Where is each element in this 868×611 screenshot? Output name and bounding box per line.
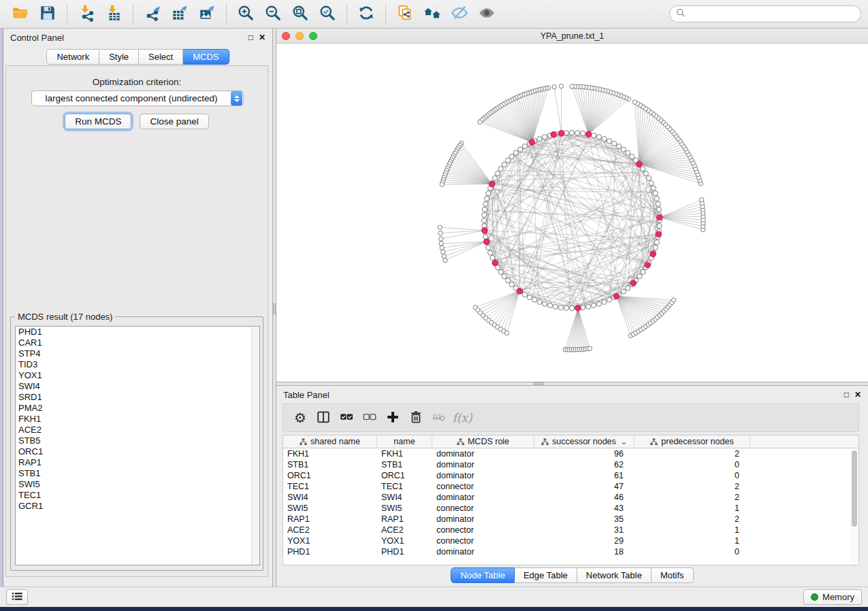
mcds-result-item[interactable]: FKH1 (16, 414, 259, 425)
network-satellite-node[interactable] (672, 298, 676, 302)
mcds-result-item[interactable]: STB5 (16, 435, 259, 446)
hide-selected-button[interactable] (448, 3, 471, 26)
network-satellite-node[interactable] (439, 242, 443, 246)
mcds-network-node[interactable] (637, 161, 643, 167)
network-node[interactable] (592, 133, 596, 138)
network-node[interactable] (612, 141, 617, 146)
tab-network-table[interactable]: Network Table (577, 567, 652, 583)
mcds-result-item[interactable]: TEC1 (16, 490, 259, 501)
network-node[interactable] (653, 245, 658, 250)
split-columns-button[interactable] (313, 408, 334, 428)
network-node[interactable] (490, 255, 495, 260)
zoom-in-button[interactable] (234, 3, 257, 26)
network-satellite-node[interactable] (699, 198, 703, 202)
delete-column-button[interactable] (406, 408, 426, 428)
network-node[interactable] (505, 278, 510, 283)
close-panel-icon[interactable]: ✕ (854, 391, 861, 399)
criterion-select[interactable]: largest connected component (undirected) (31, 90, 244, 106)
table-row[interactable]: ACE2ACE2connector311 (283, 525, 858, 535)
network-node[interactable] (505, 158, 510, 163)
table-row[interactable]: PHD1PHD1dominator180 (283, 546, 858, 557)
network-satellite-node[interactable] (559, 84, 563, 88)
network-satellite-node[interactable] (478, 120, 482, 124)
mcds-network-node[interactable] (585, 131, 592, 137)
network-node[interactable] (482, 212, 487, 217)
close-panel-icon[interactable]: ✕ (259, 33, 266, 42)
network-satellite-node[interactable] (443, 258, 447, 262)
table-row[interactable]: FKH1FKH1dominator962 (283, 448, 858, 459)
network-node[interactable] (596, 301, 601, 306)
zoom-fit-button[interactable] (289, 3, 312, 26)
select-all-columns-button[interactable] (336, 408, 357, 428)
network-node[interactable] (498, 167, 503, 171)
network-node[interactable] (522, 144, 527, 149)
network-satellite-node[interactable] (632, 100, 637, 104)
network-node[interactable] (592, 303, 596, 308)
tab-network[interactable]: Network (46, 49, 99, 65)
mcds-result-item[interactable]: TID3 (16, 359, 259, 370)
close-panel-button[interactable]: Close panel (140, 114, 208, 129)
mcds-network-node[interactable] (630, 280, 637, 286)
network-satellite-node[interactable] (552, 85, 556, 89)
mcds-network-node[interactable] (613, 293, 620, 299)
network-node[interactable] (522, 292, 527, 297)
mcds-result-item[interactable]: GCR1 (16, 501, 259, 512)
hide-column-button[interactable] (429, 408, 449, 428)
network-satellite-node[interactable] (440, 250, 445, 254)
table-row[interactable]: STB1STB1dominator620 (283, 459, 858, 470)
network-satellite-node[interactable] (440, 246, 444, 250)
mcds-result-item[interactable]: ORC1 (16, 446, 259, 457)
table-scrollbar[interactable] (850, 449, 858, 565)
column-header-successor-nodes[interactable]: successor nodes⌄ (534, 435, 634, 448)
network-node[interactable] (481, 218, 486, 222)
network-node[interactable] (513, 150, 518, 155)
network-node[interactable] (527, 295, 532, 299)
function-builder-button[interactable]: f(x) (452, 408, 472, 428)
network-node[interactable] (641, 269, 645, 274)
tab-edge-table[interactable]: Edge Table (515, 567, 577, 583)
network-node[interactable] (502, 162, 507, 167)
network-node[interactable] (596, 135, 601, 139)
mcds-result-item[interactable]: STP4 (16, 348, 259, 359)
network-node[interactable] (483, 201, 488, 206)
table-row[interactable]: YOX1YOX1connector291 (283, 535, 858, 546)
table-row[interactable]: SWI4SWI4dominator462 (283, 492, 858, 503)
mcds-result-item[interactable]: CAR1 (16, 337, 259, 348)
network-node[interactable] (558, 305, 563, 310)
open-file-button[interactable] (9, 3, 32, 26)
tab-node-table[interactable]: Node Table (451, 567, 515, 583)
mcds-network-node[interactable] (484, 239, 490, 245)
network-node[interactable] (607, 139, 611, 144)
network-satellite-node[interactable] (438, 225, 442, 229)
import-table-button[interactable] (102, 3, 125, 26)
column-header-name[interactable]: name (377, 435, 432, 448)
network-node[interactable] (656, 207, 661, 212)
column-header-predecessor-nodes[interactable]: predecessor nodes (634, 435, 750, 448)
network-node[interactable] (488, 250, 493, 255)
refresh-layout-button[interactable] (355, 3, 378, 26)
network-node[interactable] (502, 274, 507, 279)
table-settings-button[interactable]: ⚙ (290, 408, 310, 428)
splitter-grip[interactable] (273, 303, 276, 314)
network-canvas-svg[interactable] (276, 44, 868, 382)
network-node[interactable] (509, 154, 514, 159)
network-node[interactable] (630, 154, 634, 159)
show-all-button[interactable] (475, 3, 498, 26)
search-input[interactable] (690, 9, 854, 19)
network-node[interactable] (537, 137, 542, 142)
network-node[interactable] (518, 147, 523, 152)
network-node[interactable] (496, 171, 500, 176)
zoom-selected-button[interactable] (316, 3, 339, 26)
network-node[interactable] (654, 240, 659, 245)
network-node[interactable] (486, 191, 491, 196)
network-node[interactable] (602, 137, 607, 142)
network-node[interactable] (646, 176, 651, 180)
network-node[interactable] (581, 131, 585, 135)
network-node[interactable] (617, 144, 622, 149)
network-node[interactable] (657, 224, 662, 229)
network-node[interactable] (547, 303, 552, 308)
network-node[interactable] (537, 299, 542, 304)
zoom-out-button[interactable] (261, 3, 285, 26)
network-node[interactable] (643, 171, 648, 176)
splitter-grip[interactable] (533, 382, 544, 385)
